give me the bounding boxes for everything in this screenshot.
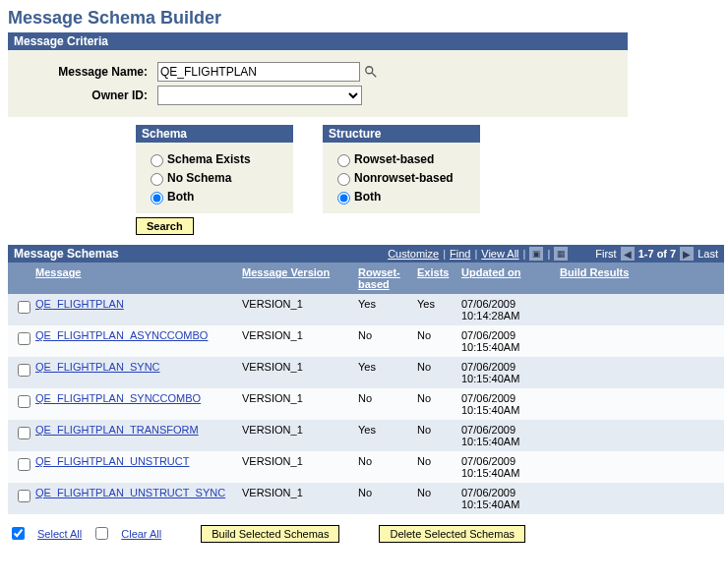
rowset-cell: Yes (352, 420, 411, 451)
version-cell: VERSION_1 (236, 483, 352, 514)
rowset-cell: No (352, 325, 411, 357)
message-link[interactable]: QE_FLIGHTPLAN_ASYNCCOMBO (35, 329, 208, 341)
exists-cell: No (411, 325, 455, 357)
owner-id-select[interactable] (157, 86, 362, 105)
radio-option: Rowset-based (333, 151, 470, 167)
updated-cell: 07/06/2009 10:15:40AM (455, 420, 554, 451)
radio-label: Nonrowset-based (354, 171, 454, 185)
message-name-label: Message Name: (20, 65, 157, 79)
col-updated[interactable]: Updated on (455, 263, 554, 294)
updated-cell: 07/06/2009 10:15:40AM (455, 451, 554, 483)
version-cell: VERSION_1 (236, 420, 352, 451)
row-checkbox[interactable] (18, 427, 30, 439)
clear-all-checkbox[interactable] (95, 527, 108, 540)
download-icon[interactable]: ▦ (554, 247, 568, 261)
radio-option: Both (146, 189, 283, 205)
message-link[interactable]: QE_FLIGHTPLAN_UNSTRUCT (35, 455, 189, 467)
separator: | (547, 248, 550, 260)
exists-cell: No (411, 451, 455, 483)
grid-panel: Message Schemas Customize | Find | View … (8, 245, 724, 514)
col-version[interactable]: Message Version (236, 263, 352, 294)
table-row: QE_FLIGHTPLAN_UNSTRUCT_SYNCVERSION_1NoNo… (8, 483, 724, 514)
owner-id-label: Owner ID: (20, 88, 157, 102)
results-cell (554, 451, 724, 483)
schema-radio[interactable] (151, 154, 163, 167)
row-checkbox[interactable] (18, 490, 30, 502)
lookup-icon[interactable] (364, 65, 378, 79)
zoom-icon[interactable]: ▣ (529, 247, 543, 261)
clear-all-link[interactable]: Clear All (121, 528, 161, 540)
rowset-cell: No (352, 451, 411, 483)
table-row: QE_FLIGHTPLAN_SYNCCOMBOVERSION_1NoNo07/0… (8, 388, 724, 420)
version-cell: VERSION_1 (236, 294, 352, 325)
row-checkbox[interactable] (18, 458, 30, 471)
updated-cell: 07/06/2009 10:14:28AM (455, 294, 554, 325)
structure-group: Structure Rowset-basedNonrowset-basedBot… (323, 125, 480, 213)
exists-cell: No (411, 420, 455, 451)
version-cell: VERSION_1 (236, 388, 352, 420)
separator: | (474, 248, 477, 260)
updated-cell: 07/06/2009 10:15:40AM (455, 388, 554, 420)
grid-title: Message Schemas (14, 247, 388, 261)
rowset-cell: Yes (352, 357, 411, 388)
message-link[interactable]: QE_FLIGHTPLAN (35, 298, 124, 310)
message-link[interactable]: QE_FLIGHTPLAN_UNSTRUCT_SYNC (35, 487, 225, 498)
radio-option: No Schema (146, 170, 283, 186)
exists-cell: No (411, 483, 455, 514)
schema-radio[interactable] (151, 192, 163, 205)
range-label: 1-7 of 7 (638, 248, 677, 260)
criteria-panel: Message Criteria Message Name: Owner ID: (8, 32, 628, 117)
row-checkbox[interactable] (18, 301, 30, 314)
table-row: QE_FLIGHTPLAN_SYNCVERSION_1YesNo07/06/20… (8, 357, 724, 388)
col-results[interactable]: Build Results (554, 263, 724, 294)
updated-cell: 07/06/2009 10:15:40AM (455, 357, 554, 388)
find-link[interactable]: Find (450, 248, 470, 260)
radio-label: Schema Exists (167, 152, 251, 166)
results-cell (554, 388, 724, 420)
results-cell (554, 483, 724, 514)
col-message[interactable]: Message (30, 263, 236, 294)
col-exists[interactable]: Exists (411, 263, 455, 294)
build-button[interactable]: Build Selected Schemas (201, 525, 339, 543)
rowset-cell: No (352, 388, 411, 420)
rowset-cell: Yes (352, 294, 411, 325)
message-name-input[interactable] (157, 62, 360, 82)
customize-link[interactable]: Customize (388, 248, 439, 260)
prev-icon[interactable]: ◀ (621, 247, 635, 261)
select-all-checkbox[interactable] (12, 527, 25, 540)
last-label[interactable]: Last (698, 248, 718, 260)
page-title: Message Schema Builder (8, 8, 720, 29)
row-checkbox[interactable] (18, 364, 30, 377)
first-label[interactable]: First (595, 248, 616, 260)
schema-radio[interactable] (151, 173, 163, 186)
version-cell: VERSION_1 (236, 357, 352, 388)
message-link[interactable]: QE_FLIGHTPLAN_SYNC (35, 361, 160, 373)
radio-option: Both (333, 189, 470, 205)
delete-button[interactable]: Delete Selected Schemas (379, 525, 525, 543)
select-all-link[interactable]: Select All (37, 528, 82, 540)
updated-cell: 07/06/2009 10:15:40AM (455, 325, 554, 357)
radio-option: Schema Exists (146, 151, 283, 167)
message-link[interactable]: QE_FLIGHTPLAN_SYNCCOMBO (35, 392, 201, 404)
row-checkbox[interactable] (18, 332, 30, 345)
version-cell: VERSION_1 (236, 325, 352, 357)
row-checkbox[interactable] (18, 395, 30, 408)
radio-label: No Schema (167, 171, 231, 185)
col-rowset[interactable]: Rowset-based (352, 263, 411, 294)
results-cell (554, 325, 724, 357)
message-link[interactable]: QE_FLIGHTPLAN_TRANSFORM (35, 424, 199, 436)
search-button[interactable]: Search (136, 217, 194, 235)
svg-line-1 (372, 73, 376, 77)
rowset-cell: No (352, 483, 411, 514)
structure-header: Structure (323, 125, 480, 143)
structure-radio[interactable] (337, 173, 350, 186)
structure-radio[interactable] (337, 154, 350, 167)
criteria-header: Message Criteria (8, 32, 628, 50)
structure-radio[interactable] (337, 192, 350, 205)
next-icon[interactable]: ▶ (680, 247, 694, 261)
radio-label: Rowset-based (354, 152, 434, 166)
view-all-link[interactable]: View All (481, 248, 518, 260)
svg-point-0 (366, 67, 373, 74)
separator: | (443, 248, 446, 260)
version-cell: VERSION_1 (236, 451, 352, 483)
